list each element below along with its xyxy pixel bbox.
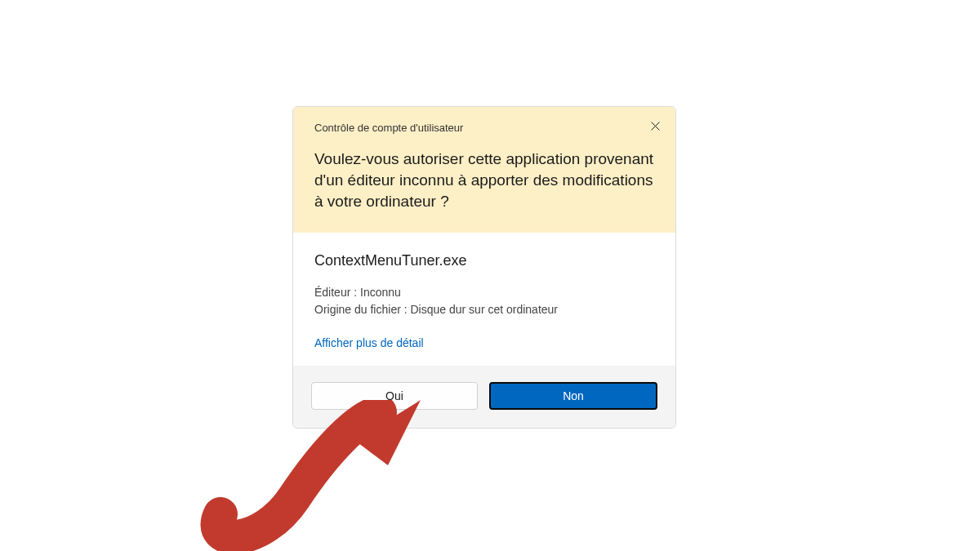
app-name: ContextMenuTuner.exe (314, 252, 654, 269)
publisher-line: Éditeur : Inconnu (314, 284, 654, 301)
origin-line: Origine du fichier : Disque dur sur cet … (314, 301, 654, 318)
dialog-footer: Oui Non (293, 366, 675, 428)
close-icon (650, 121, 661, 131)
dialog-header: Contrôle de compte d'utilisateur Voulez-… (293, 107, 675, 233)
dialog-question: Voulez-vous autoriser cette application … (314, 149, 654, 213)
no-button[interactable]: Non (489, 382, 657, 410)
yes-button[interactable]: Oui (311, 382, 478, 410)
uac-dialog: Contrôle de compte d'utilisateur Voulez-… (292, 106, 676, 429)
dialog-body: ContextMenuTuner.exe Éditeur : Inconnu O… (293, 233, 675, 366)
dialog-title: Contrôle de compte d'utilisateur (314, 122, 654, 134)
show-more-link[interactable]: Afficher plus de détail (314, 336, 654, 349)
close-button[interactable] (648, 118, 662, 133)
